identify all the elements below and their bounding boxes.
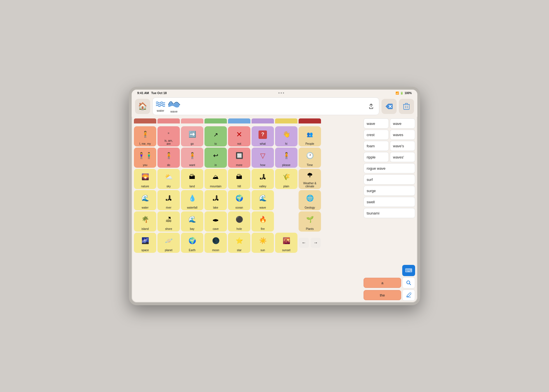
word-btn-tsunami[interactable]: tsunami [364, 208, 415, 218]
battery-label: 100% [404, 92, 412, 95]
valley-icon: 🏞 [260, 170, 266, 184]
cell-fire[interactable]: 🔥 fire [252, 211, 274, 232]
word-btn-rogue-wave[interactable]: rogue wave [364, 163, 415, 173]
go-label: go [190, 142, 194, 145]
not-icon: ✕ [236, 127, 242, 142]
cell-valley[interactable]: 🏞 valley [252, 169, 274, 189]
cell-plain[interactable]: 🌾 plain [275, 169, 297, 189]
nav-right-button[interactable]: → [311, 238, 321, 248]
cell-hill[interactable]: 🏔 hill [228, 169, 250, 189]
cell-what[interactable]: ? what [252, 126, 274, 146]
cell-do[interactable]: 🧍 do [157, 148, 180, 168]
cell-mountain[interactable]: ⛰ mountain [204, 169, 227, 189]
cell-wave-grid[interactable]: 🌊 wave [252, 190, 274, 210]
cell-not[interactable]: ✕ not [228, 126, 250, 146]
edit-button[interactable] [402, 290, 415, 301]
bay-label: bay [190, 227, 194, 230]
cell-star[interactable]: ⭐ star [228, 233, 250, 253]
sunset-icon: 🌇 [283, 234, 290, 248]
scroll-tab-8[interactable] [299, 118, 321, 123]
cell-planet[interactable]: 🪐 planet [157, 233, 180, 253]
cell-earth[interactable]: 🌍 Earth [181, 233, 203, 253]
cell-how[interactable]: ▽ how [252, 148, 274, 168]
cell-moon[interactable]: 🌑 moon [204, 233, 227, 253]
cell-geology[interactable]: 🌐 Geology [299, 190, 321, 210]
cell-weather-climate[interactable]: 🌩 Weather &climate [299, 169, 321, 189]
cell-lake[interactable]: 🏞 lake [204, 190, 227, 210]
time-label: Time [307, 164, 313, 167]
cell-to[interactable]: ↗ to [204, 126, 227, 146]
cell-island[interactable]: 🌴 island [134, 211, 156, 232]
wave-icon [168, 99, 180, 109]
earth-icon: 🌍 [189, 234, 196, 248]
shore-icon: 🏖 [166, 213, 172, 227]
cell-want[interactable]: 🧍 want [181, 148, 203, 168]
word-btn-swell[interactable]: swell [364, 197, 415, 207]
cell-is-am-are[interactable]: ≡ is, am,are [157, 126, 180, 146]
word-btn-wave-2[interactable]: wave [390, 118, 415, 129]
word-btn-crest[interactable]: crest [364, 130, 389, 140]
scroll-tab-2[interactable] [157, 118, 180, 123]
wifi-icon: 📶 [396, 92, 399, 95]
cell-nature[interactable]: 🌄 nature [134, 169, 156, 189]
cell-plants[interactable]: 🌱 Plants [299, 211, 321, 232]
hole-icon: ⚫ [236, 213, 243, 227]
wave-grid-icon: 🌊 [259, 191, 267, 206]
cell-waterfall[interactable]: 💧 waterfall [181, 190, 203, 210]
letter-the-button[interactable]: the [364, 290, 401, 300]
backspace-button[interactable] [381, 99, 397, 114]
word-chip-wave[interactable]: wave [168, 99, 180, 113]
word-btn-waves-poss[interactable]: wave's [390, 141, 415, 151]
cell-land[interactable]: 🏔 land [181, 169, 203, 189]
word-btn-surge[interactable]: surge [364, 186, 415, 196]
cell-empty-1 [275, 190, 297, 210]
word-btn-foam[interactable]: foam [364, 141, 389, 151]
ocean-icon: 🌍 [236, 191, 243, 206]
scroll-tab-5[interactable] [228, 118, 250, 123]
cell-empty-2 [275, 211, 297, 232]
cell-sunset[interactable]: 🌇 sunset [275, 233, 297, 253]
cell-river[interactable]: 🏞 river [157, 190, 180, 210]
cell-shore[interactable]: 🏖 shore [157, 211, 180, 232]
word-btn-wave-1[interactable]: wave [364, 118, 389, 129]
nav-arrows: ← → [299, 233, 321, 253]
word-chip-water[interactable]: water [155, 100, 166, 112]
scroll-tab-1[interactable] [134, 118, 156, 123]
cell-go[interactable]: ➡️ go [181, 126, 203, 146]
cell-i-me-my[interactable]: 🧍 I, me, my [134, 126, 156, 146]
cell-in[interactable]: ↩ in [204, 148, 227, 168]
word-btn-waves-poss2[interactable]: waves' [390, 152, 415, 162]
cell-cave[interactable]: 🕳 cave [204, 211, 227, 232]
star-icon: ⭐ [236, 234, 243, 248]
delete-button[interactable] [399, 99, 414, 114]
cell-you[interactable]: 🧍‍♀️🧍‍♂️ you [134, 148, 156, 168]
scroll-tab-3[interactable] [181, 118, 203, 123]
scroll-tab-7[interactable] [275, 118, 297, 123]
cell-more[interactable]: 🔲 more [228, 148, 250, 168]
scroll-tab-4[interactable] [204, 118, 227, 123]
cell-ocean[interactable]: 🌍 ocean [228, 190, 250, 210]
letter-a-button[interactable]: a [364, 278, 401, 288]
cell-hi[interactable]: 👋 hi [275, 126, 297, 146]
cell-time[interactable]: 🕐 Time [299, 148, 321, 168]
word-btn-waves-plural[interactable]: waves [390, 130, 415, 140]
word-btn-surf[interactable]: surf [364, 174, 415, 185]
cell-bay[interactable]: 🌊 bay [181, 211, 203, 232]
cell-water[interactable]: 🌊 water [134, 190, 156, 210]
river-label: river [166, 206, 171, 209]
home-button[interactable]: 🏠 [135, 99, 150, 114]
cell-sky[interactable]: ⛅ sky [157, 169, 180, 189]
not-label: not [237, 142, 241, 145]
word-btn-ripple[interactable]: ripple [364, 152, 389, 162]
cell-sun[interactable]: ☀️ sun [252, 233, 274, 253]
cell-please[interactable]: 🧍 please [275, 148, 297, 168]
cell-hole[interactable]: ⚫ hole [228, 211, 250, 232]
nav-left-button[interactable]: ← [299, 238, 309, 248]
cell-space[interactable]: 🌌 space [134, 233, 156, 253]
space-label: space [141, 249, 149, 252]
scroll-tab-6[interactable] [252, 118, 274, 123]
search-button[interactable] [402, 277, 415, 288]
keyboard-button[interactable]: ⌨ [402, 265, 415, 276]
share-button[interactable] [366, 101, 376, 111]
cell-people[interactable]: 👥 People [299, 126, 321, 146]
